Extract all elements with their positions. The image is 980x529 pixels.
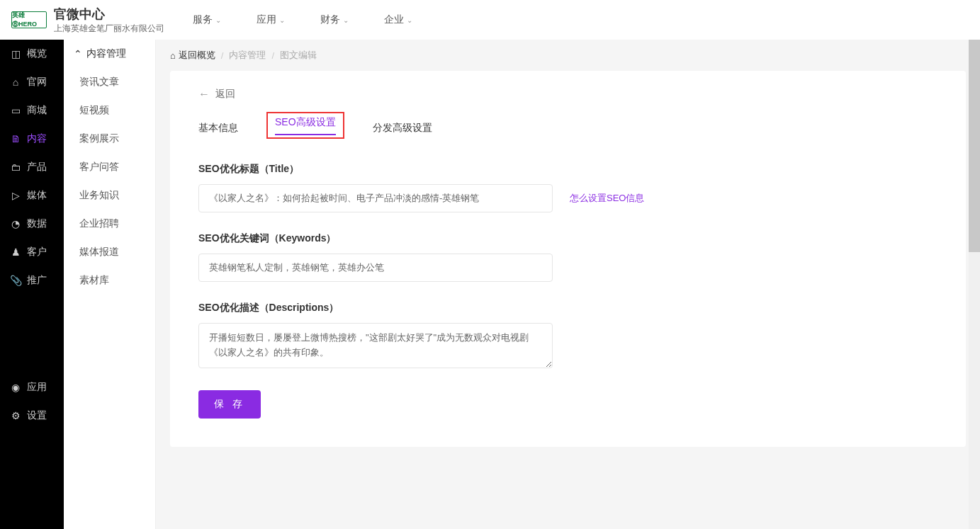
person-icon: ♟: [10, 246, 21, 258]
breadcrumb-sep: /: [221, 50, 224, 61]
tabs: 基本信息 SEO高级设置 分发高级设置: [198, 115, 937, 142]
app-subtitle: 上海英雄金笔厂丽水有限公司: [54, 23, 164, 35]
home-icon: ⌂: [10, 76, 21, 88]
seo-title-input[interactable]: [198, 184, 553, 212]
sidebar-item-apps[interactable]: ◉应用: [0, 373, 64, 402]
breadcrumb-item[interactable]: 内容管理: [229, 49, 266, 62]
breadcrumb-home[interactable]: ⌂返回概览: [170, 49, 215, 62]
clip-icon: 📎: [10, 275, 21, 286]
sidebar-item-shop[interactable]: ▭商城: [0, 96, 64, 125]
chevron-down-icon: ⌄: [215, 16, 221, 24]
sidebar-left: ◫概览 ⌂官网 ▭商城 🗎内容 🗀产品 ▷媒体 ◔数据 ♟客户 📎推广 ◉应用 …: [0, 40, 64, 529]
bag-icon: 🗀: [10, 161, 21, 173]
seo-info-help-link[interactable]: 怎么设置SEO信息: [570, 192, 644, 205]
scrollbar-thumb[interactable]: [969, 40, 980, 252]
scrollbar[interactable]: [969, 40, 980, 529]
shop-icon: ▭: [10, 105, 21, 116]
seo-title-field: SEO优化标题（Title） 怎么设置SEO信息: [198, 163, 937, 212]
chevron-down-icon: ⌄: [407, 16, 412, 24]
sidebar-item-data[interactable]: ◔数据: [0, 210, 64, 238]
top-nav-finance[interactable]: 财务⌄: [320, 13, 349, 26]
seo-keywords-field: SEO优化关键词（Keywords）: [198, 232, 937, 282]
seo-desc-textarea[interactable]: [198, 323, 553, 368]
breadcrumb-sep: /: [271, 50, 274, 61]
top-nav-service[interactable]: 服务⌄: [193, 13, 221, 26]
sidebar-item-site[interactable]: ⌂官网: [0, 68, 64, 96]
back-link[interactable]: ← 返回: [198, 88, 937, 101]
video-icon: ▷: [10, 190, 21, 201]
field-label: SEO优化描述（Descriptions）: [198, 302, 937, 314]
top-nav: 服务⌄ 应用⌄ 财务⌄ 企业⌄: [193, 13, 412, 26]
sidebar-item-product[interactable]: 🗀产品: [0, 153, 64, 181]
sidebar-item-media[interactable]: ▷媒体: [0, 181, 64, 210]
sidebar-item-promotion[interactable]: 📎推广: [0, 266, 64, 295]
sidebar-item-content[interactable]: 🗎内容: [0, 125, 64, 153]
sidebar-sub-head[interactable]: ⌃内容管理: [64, 40, 155, 68]
top-nav-app[interactable]: 应用⌄: [257, 13, 285, 26]
breadcrumb-item: 图文编辑: [280, 49, 317, 62]
subnav-shortvideo[interactable]: 短视频: [64, 96, 155, 125]
save-button[interactable]: 保 存: [198, 390, 261, 419]
breadcrumb: ⌂返回概览 / 内容管理 / 图文编辑: [156, 40, 980, 71]
grid-icon: ◫: [10, 48, 21, 59]
field-label: SEO优化关键词（Keywords）: [198, 232, 937, 245]
doc-icon: 🗎: [10, 133, 21, 144]
arrow-left-icon: ←: [198, 88, 210, 101]
card: ← 返回 基本信息 SEO高级设置 分发高级设置 SEO优化标题（Title） …: [170, 71, 966, 447]
tab-distribute[interactable]: 分发高级设置: [373, 115, 432, 142]
tab-seo[interactable]: SEO高级设置: [266, 112, 344, 139]
chevron-up-icon: ⌃: [74, 48, 82, 59]
clock-icon: ◔: [10, 218, 21, 229]
field-label: SEO优化标题（Title）: [198, 163, 937, 176]
logo-text: 官微中心 上海英雄金笔厂丽水有限公司: [54, 6, 164, 35]
subnav-knowledge[interactable]: 业务知识: [64, 181, 155, 210]
subnav-media[interactable]: 媒体报道: [64, 238, 155, 266]
subnav-recruit[interactable]: 企业招聘: [64, 210, 155, 238]
sidebar-sub: ⌃内容管理 资讯文章 短视频 案例展示 客户问答 业务知识 企业招聘 媒体报道 …: [64, 40, 156, 529]
subnav-cases[interactable]: 案例展示: [64, 125, 155, 153]
sidebar-item-overview[interactable]: ◫概览: [0, 40, 64, 68]
sidebar-item-customer[interactable]: ♟客户: [0, 238, 64, 266]
tab-basic[interactable]: 基本信息: [198, 115, 238, 142]
chevron-down-icon: ⌄: [279, 16, 285, 24]
subnav-news[interactable]: 资讯文章: [64, 68, 155, 96]
seo-desc-field: SEO优化描述（Descriptions）: [198, 302, 937, 370]
chevron-down-icon: ⌄: [343, 16, 349, 24]
home-icon: ⌂: [170, 50, 176, 61]
subnav-assets[interactable]: 素材库: [64, 266, 155, 295]
sidebar-item-settings[interactable]: ⚙设置: [0, 402, 64, 430]
gear-icon: ⚙: [10, 410, 21, 421]
logo-icon: 英雄⑧HERO: [11, 11, 47, 28]
top-nav-enterprise[interactable]: 企业⌄: [384, 13, 412, 26]
header: 英雄⑧HERO 官微中心 上海英雄金笔厂丽水有限公司 服务⌄ 应用⌄ 财务⌄ 企…: [0, 0, 980, 40]
logo-area: 英雄⑧HERO 官微中心 上海英雄金笔厂丽水有限公司: [11, 6, 164, 35]
main: ⌂返回概览 / 内容管理 / 图文编辑 ← 返回 基本信息 SEO高级设置 分发…: [156, 40, 980, 529]
apps-icon: ◉: [10, 382, 21, 393]
seo-keywords-input[interactable]: [198, 254, 553, 282]
subnav-qa[interactable]: 客户问答: [64, 153, 155, 181]
app-title: 官微中心: [54, 6, 164, 23]
